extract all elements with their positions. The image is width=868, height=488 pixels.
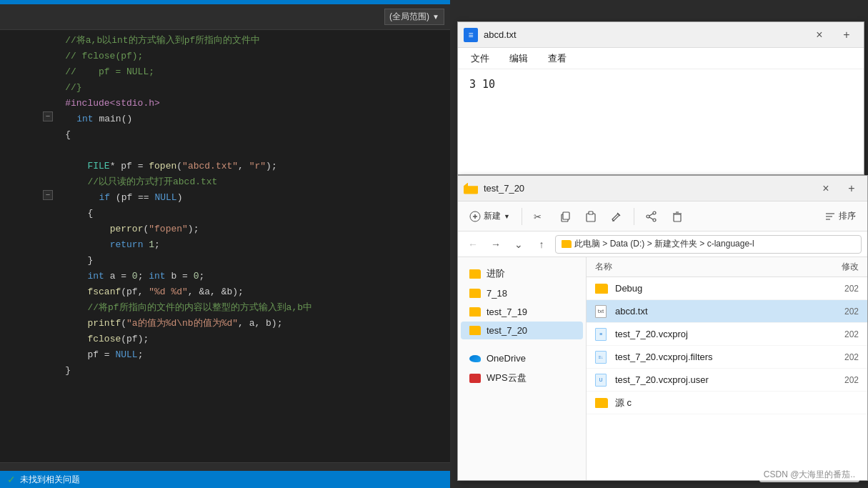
scissors-icon: ✂ (534, 211, 545, 222)
notepad-new-tab-button[interactable]: + (835, 25, 858, 45)
user-icon: U (595, 374, 607, 387)
file-date-user: 202 (802, 375, 859, 385)
editor-toolbar: (全局范围) ▼ (0, 4, 450, 30)
file-name-abcdtxt: abcd.txt (615, 306, 802, 317)
file-row-abcdtxt[interactable]: txt abcd.txt 202 (587, 300, 867, 323)
files-header-name[interactable]: 名称 (595, 261, 802, 273)
svg-line-12 (649, 217, 653, 219)
plus-icon (469, 211, 481, 222)
toolbar-sort-button[interactable]: 排序 (819, 207, 862, 225)
file-icon-filters: ≡↓ (595, 351, 615, 364)
nav-up-button[interactable]: ↑ (532, 235, 551, 254)
code-line: //将pf所指向的文件的内容以整型的方式输入到a,b中 (43, 300, 444, 316)
sidebar-label-onedrive: OneDrive (487, 353, 526, 364)
sidebar-item-jinjie[interactable]: 进阶 (461, 264, 583, 284)
explorer-folder-icon (464, 183, 478, 194)
explorer-files-list: 名称 修改 Debug 202 txt abcd.txt 202 (587, 257, 867, 480)
toolbar-cut-button[interactable]: ✂ (528, 208, 551, 225)
filters-icon: ≡↓ (595, 351, 607, 364)
notepad-menu-file[interactable]: 文件 (467, 51, 494, 66)
code-line: perror("fopen"); (43, 221, 444, 237)
sidebar-item-718[interactable]: 7_18 (461, 284, 583, 302)
files-header: 名称 修改 (587, 257, 867, 277)
code-line: { (43, 127, 444, 143)
sidebar-label-718: 7_18 (487, 288, 507, 299)
sidebar-item-test719[interactable]: test_7_19 (461, 303, 583, 321)
code-line: // pf = NULL; (43, 64, 444, 80)
notepad-close-button[interactable]: × (809, 25, 829, 45)
notepad-titlebar: ≡ abcd.txt × + (458, 22, 864, 48)
notepad-content: 3 10 (469, 78, 495, 91)
file-date-abcdtxt: 202 (802, 307, 859, 317)
toolbar-rename-button[interactable] (605, 208, 628, 225)
fold-icon[interactable]: − (43, 111, 53, 121)
file-icon-vcxproj: ≡ (595, 328, 615, 341)
txt-icon: txt (595, 305, 607, 318)
file-row-vcxproj-user[interactable]: U test_7_20.vcxproj.user 202 (587, 369, 867, 392)
code-line: pf = NULL; (43, 347, 444, 363)
scope-dropdown[interactable]: (全局范围) ▼ (384, 9, 444, 25)
explorer-new-tab-button[interactable]: + (842, 179, 862, 199)
files-header-date[interactable]: 修改 (802, 261, 859, 273)
file-icon-debug (595, 284, 615, 294)
code-line: FILE* pf = fopen("abcd.txt", "r"); (43, 159, 444, 174)
line-numbers (0, 30, 26, 462)
toolbar-delete-button[interactable] (666, 208, 689, 225)
nav-forward-button[interactable]: → (487, 235, 505, 254)
fold-gutter (26, 30, 37, 462)
svg-text:✂: ✂ (534, 211, 542, 222)
code-display[interactable]: //将a,b以int的方式输入到pf所指向的文件中 // fclose(pf);… (37, 30, 450, 462)
sidebar-item-onedrive[interactable]: OneDrive (461, 349, 583, 367)
file-row-yuanc[interactable]: 源 c (587, 392, 867, 414)
toolbar-share-button[interactable] (640, 208, 663, 225)
rename-icon (611, 211, 622, 222)
nav-dropdown-button[interactable]: ⌄ (509, 235, 528, 254)
code-line (43, 143, 444, 159)
sidebar-item-test720[interactable]: test_7_20 (461, 322, 583, 339)
scope-dropdown-label: (全局范围) (389, 11, 429, 23)
sidebar-label-wps: WPS云盘 (487, 372, 527, 384)
file-icon-abcdtxt: txt (595, 305, 615, 318)
toolbar-new-button[interactable]: 新建 ▼ (464, 207, 516, 225)
sort-label: 排序 (839, 210, 856, 222)
address-text: 此电脑 > Data (D:) > 新建文件夹 > c-language-l (574, 238, 754, 250)
notepad-body[interactable]: 3 10 (458, 69, 864, 174)
code-line: printf("a的值为%d\nb的值为%d", a, b); (43, 316, 444, 332)
code-line: − if (pf == NULL) (43, 190, 444, 206)
code-line: fscanf(pf, "%d %d", &a, &b); (43, 284, 444, 300)
notepad-menu-view[interactable]: 查看 (544, 51, 571, 66)
chevron-down-icon: ▼ (504, 213, 510, 220)
code-line: //以只读的方式打开abcd.txt (43, 174, 444, 190)
file-date-filters: 202 (802, 352, 859, 362)
delete-icon (672, 211, 683, 222)
toolbar-paste-button[interactable] (579, 208, 602, 225)
address-folder-icon (562, 240, 572, 248)
notepad-menu-edit[interactable]: 编辑 (505, 51, 532, 66)
code-line: //} (43, 80, 444, 96)
notepad-app-icon: ≡ (464, 28, 478, 42)
code-line: fclose(pf); (43, 332, 444, 347)
notepad-menubar: 文件 编辑 查看 (458, 48, 864, 69)
file-row-vcxproj-filters[interactable]: ≡↓ test_7_20.vcxproj.filters 202 (587, 346, 867, 369)
address-bar[interactable]: 此电脑 > Data (D:) > 新建文件夹 > c-language-l (555, 235, 862, 254)
fold-icon[interactable]: − (43, 190, 53, 200)
explorer-title: test_7_20 (484, 183, 804, 194)
code-line: { (43, 206, 444, 221)
svg-line-11 (649, 214, 653, 216)
code-line: //将a,b以int的方式输入到pf所指向的文件中 (43, 33, 444, 49)
toolbar-new-label: 新建 (484, 210, 501, 222)
file-row-debug[interactable]: Debug 202 (587, 277, 867, 300)
folder-icon (469, 289, 481, 298)
sidebar-label-test720: test_7_20 (487, 325, 527, 336)
code-line: } (43, 363, 444, 379)
horizontal-scrollbar[interactable] (0, 462, 450, 471)
explorer-addressbar: ← → ⌄ ↑ 此电脑 > Data (D:) > 新建文件夹 > c-lang… (458, 231, 867, 257)
sidebar-item-wps[interactable]: WPS云盘 (461, 368, 583, 388)
toolbar-copy-button[interactable] (554, 208, 577, 225)
explorer-close-button[interactable]: × (816, 179, 836, 199)
nav-back-button[interactable]: ← (464, 235, 482, 254)
notepad-title: abcd.txt (484, 29, 804, 40)
svg-point-10 (647, 215, 649, 218)
file-name-user: test_7_20.vcxproj.user (615, 374, 802, 385)
file-row-vcxproj[interactable]: ≡ test_7_20.vcxproj 202 (587, 323, 867, 346)
